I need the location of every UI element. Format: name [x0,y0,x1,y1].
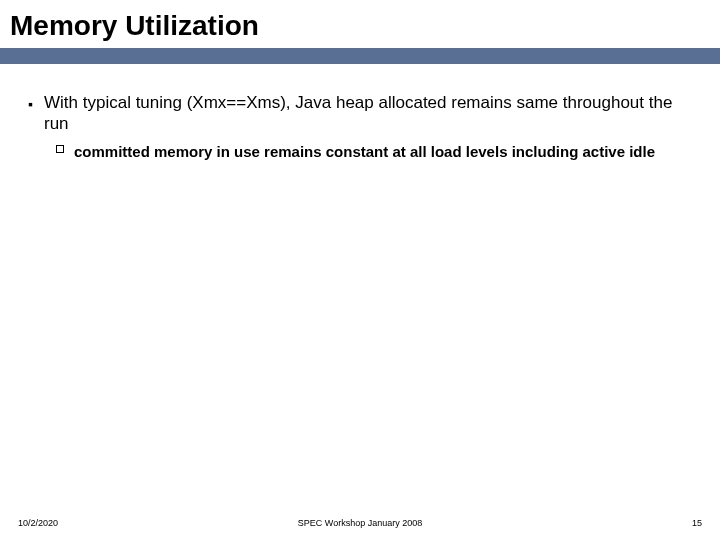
slide-body: ▪ With typical tuning (Xmx==Xms), Java h… [0,64,720,540]
slide-footer: 10/2/2020 SPEC Workshop January 2008 15 [0,518,720,528]
title-white-box: Memory Utilization [0,0,720,48]
bullet-level2-text: committed memory in use remains constant… [74,142,655,161]
slide: Memory Utilization ▪ With typical tuning… [0,0,720,540]
slide-title: Memory Utilization [10,10,710,42]
hollow-square-bullet-icon [54,145,66,157]
footer-center: SPEC Workshop January 2008 [0,518,720,528]
title-band: Memory Utilization [0,0,720,64]
bullet-level1-text: With typical tuning (Xmx==Xms), Java hea… [44,92,692,134]
bullet-level2: committed memory in use remains constant… [54,142,692,161]
square-bullet-icon: ▪ [28,94,38,114]
footer-page-number: 15 [692,518,702,528]
footer-date: 10/2/2020 [18,518,58,528]
bullet-level1: ▪ With typical tuning (Xmx==Xms), Java h… [28,92,692,134]
